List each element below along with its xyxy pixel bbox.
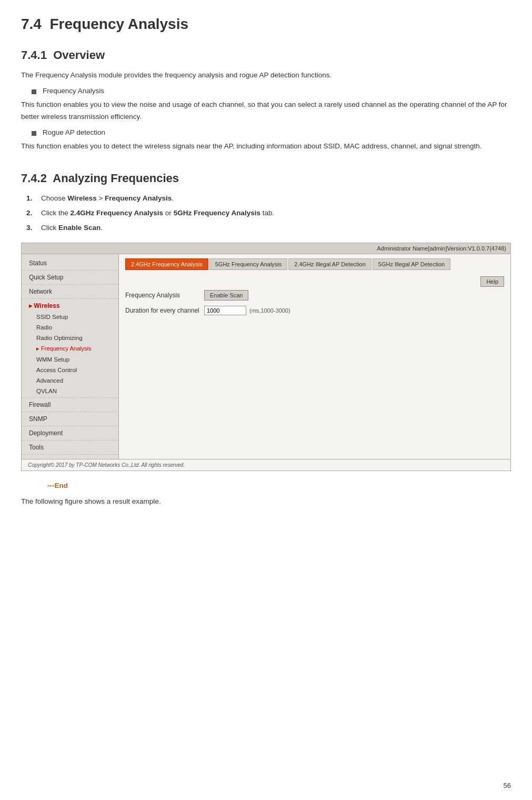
duration-input[interactable] — [204, 306, 246, 315]
help-button[interactable]: Help — [480, 276, 504, 287]
sidebar-item-access-control[interactable]: Access Control — [22, 365, 118, 375]
bullet-1-description: This function enables you to view the no… — [21, 99, 511, 123]
sidebar-item-radio[interactable]: Radio — [22, 322, 118, 333]
sidebar-item-network[interactable]: Network — [22, 286, 118, 297]
tabs-row: 2.4GHz Frequency Analysis 5GHz Frequency… — [125, 258, 504, 270]
sidebar-item-radio-optimizing[interactable]: Radio Optimizing — [22, 333, 118, 343]
bullet-frequency-analysis: Frequency Analysis — [32, 87, 511, 95]
panel-footer: Copyright© 2017 by TP-COM Networks Co.,L… — [22, 459, 510, 471]
tab-24ghz-illegal-ap[interactable]: 2.4GHz Illegal AP Detection — [288, 258, 372, 270]
subsection-7-4-1-title: 7.4.1 Overview — [21, 48, 511, 62]
panel-topbar: Administrator Name[admin]Version:V1.0.0.… — [22, 243, 510, 254]
sidebar-item-frequency-analysis[interactable]: ▸ Frequency Analysis — [22, 343, 118, 354]
step-2-text: Click the 2.4GHz Frequency Analysis or 5… — [41, 207, 274, 219]
subsection-7-4-2-title: 7.4.2 Analyzing Frequencies — [21, 172, 511, 185]
end-text: ---End — [47, 482, 511, 489]
duration-hint: (ms,1000-3000) — [249, 307, 290, 314]
sidebar-item-advanced[interactable]: Advanced — [22, 375, 118, 386]
bullet-rogue-ap: Rogue AP detection — [32, 128, 511, 136]
sidebar-item-firewall[interactable]: Firewall — [22, 399, 118, 411]
bullet-icon-2 — [32, 131, 36, 136]
tab-5ghz-frequency[interactable]: 5GHz Frequency Analysis — [209, 258, 288, 270]
following-text: The following figure shows a result exam… — [21, 496, 511, 508]
step-2: 2. Click the 2.4GHz Frequency Analysis o… — [26, 207, 511, 219]
page-number: 56 — [504, 782, 511, 789]
sidebar-item-status[interactable]: Status — [22, 257, 118, 269]
sidebar-item-tools[interactable]: Tools — [22, 442, 118, 453]
help-row: Help — [125, 276, 504, 287]
sidebar-item-quicksetup[interactable]: Quick Setup — [22, 272, 118, 283]
steps-list: 1. Choose Wireless > Frequency Analysis.… — [26, 193, 511, 234]
step-1-text: Choose Wireless > Frequency Analysis. — [41, 193, 174, 205]
bullet-label-1: Frequency Analysis — [43, 87, 104, 95]
screenshot-panel: Administrator Name[admin]Version:V1.0.0.… — [21, 243, 511, 471]
sidebar-item-ssid-setup[interactable]: SSID Setup — [22, 312, 118, 322]
step-3-text: Click Enable Scan. — [41, 222, 103, 234]
step-3-num: 3. — [26, 222, 37, 234]
bullet-2-description: This function enables you to detect the … — [21, 141, 511, 153]
bullet-label-2: Rogue AP detection — [43, 128, 105, 136]
step-2-num: 2. — [26, 207, 37, 219]
frequency-analysis-row: Frequency Analysis Enable Scan — [125, 290, 504, 301]
duration-row: Duration for every channel (ms,1000-3000… — [125, 306, 504, 315]
sidebar-item-deployment[interactable]: Deployment — [22, 427, 118, 439]
sidebar-item-wireless[interactable]: ▸ Wireless — [22, 300, 118, 312]
bullet-icon — [32, 89, 36, 94]
sidebar-item-qvlan[interactable]: QVLAN — [22, 386, 118, 396]
tab-24ghz-frequency[interactable]: 2.4GHz Frequency Analysis — [125, 258, 208, 270]
section-7-4-title: 7.4 Frequency Analysis — [21, 16, 511, 33]
step-1: 1. Choose Wireless > Frequency Analysis. — [26, 193, 511, 205]
enable-scan-button[interactable]: Enable Scan — [204, 290, 248, 301]
step-3: 3. Click Enable Scan. — [26, 222, 511, 234]
panel-main-content: 2.4GHz Frequency Analysis 5GHz Frequency… — [119, 254, 510, 459]
sidebar-item-snmp[interactable]: SNMP — [22, 413, 118, 425]
duration-label: Duration for every channel — [125, 307, 204, 314]
step-1-num: 1. — [26, 193, 37, 205]
sidebar-item-wmm-setup[interactable]: WMM Setup — [22, 354, 118, 365]
tab-5ghz-illegal-ap[interactable]: 5GHz Illegal AP Detection — [373, 258, 450, 270]
frequency-analysis-label: Frequency Analysis — [125, 292, 204, 299]
panel-sidebar: Status Quick Setup Network ▸ Wireless SS… — [22, 254, 119, 459]
overview-intro: The Frequency Analysis module provides t… — [21, 69, 511, 82]
